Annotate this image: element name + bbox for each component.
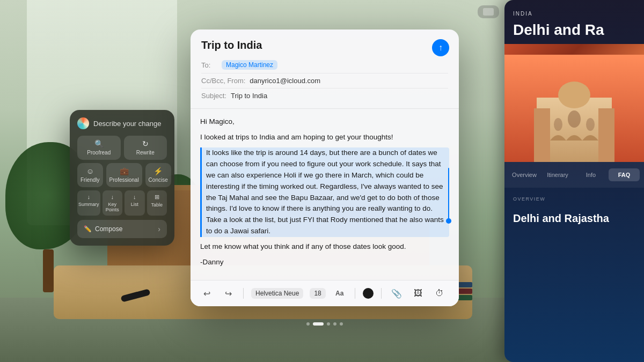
- window-icon-1[interactable]: [483, 8, 494, 16]
- writing-tools-top-grid: 🔍 Proofread ↻ Rewrite: [77, 136, 167, 160]
- text-color-picker[interactable]: [363, 288, 374, 299]
- subject-field: Subject: Trip to India: [201, 88, 448, 103]
- toolbar-separator-2: [355, 288, 355, 299]
- top-controls: [478, 5, 499, 18]
- overview-title: Delhi and Rajastha: [504, 212, 644, 225]
- svg-point-8: [586, 118, 595, 131]
- font-size-selector[interactable]: 18: [310, 288, 325, 299]
- concise-label: Concise: [149, 177, 168, 183]
- toolbar-separator-1: [243, 288, 244, 299]
- professional-icon: 💼: [120, 167, 129, 175]
- travel-guide-panel: INDIA Delhi and Ra: [504, 0, 644, 362]
- table-button[interactable]: ⊞ Table: [147, 190, 167, 216]
- list-icon: ↓: [133, 194, 136, 200]
- writing-tools-panel: Describe your change 🔍 Proofread ↻ Rewri…: [70, 110, 174, 246]
- proofread-button[interactable]: 🔍 Proofread: [77, 136, 121, 160]
- tab-itinerary[interactable]: Itinerary: [542, 168, 573, 181]
- send-button[interactable]: ↑: [432, 39, 449, 56]
- writing-tools-mid-grid: ☺ Friendly 💼 Professional ⚡ Concise: [77, 163, 167, 187]
- summary-icon: ↓: [87, 194, 91, 200]
- tab-faq[interactable]: FAQ: [609, 168, 640, 181]
- list-label: List: [131, 202, 138, 207]
- proofread-label: Proofread: [87, 150, 111, 156]
- dot-1: [306, 322, 310, 326]
- concise-button[interactable]: ⚡ Concise: [145, 163, 171, 187]
- compose-pencil-icon: ✏️: [84, 225, 92, 233]
- email-signature: -Danny: [200, 257, 449, 268]
- friendly-icon: ☺: [86, 167, 94, 175]
- tab-info[interactable]: Info: [575, 168, 606, 181]
- subject-label: Subject:: [201, 92, 226, 100]
- key-points-icon: ↓: [111, 194, 114, 200]
- dot-5: [340, 322, 343, 326]
- key-points-label: Key Points: [104, 202, 121, 212]
- compose-left: ✏️ Compose: [84, 225, 122, 233]
- cc-field: Cc/Bcc, From: danyrico1@icloud.com: [201, 73, 448, 88]
- attachment-button[interactable]: 📎: [389, 286, 404, 301]
- summary-button[interactable]: ↓ Summary: [77, 190, 100, 216]
- writing-tools-label: Describe your change: [93, 120, 161, 128]
- undo-button[interactable]: ↩: [199, 286, 214, 301]
- panel-image: [504, 44, 644, 162]
- summary-label: Summary: [78, 202, 99, 207]
- email-line1: I looked at trips to India and am hoping…: [200, 132, 449, 143]
- recipient-chip[interactable]: Magico Martinez: [222, 60, 277, 70]
- email-line2: Let me know what you think and if any of…: [200, 241, 449, 253]
- email-panel: Trip to India ↑ To: Magico Martinez Cc/B…: [191, 29, 459, 306]
- email-highlighted-text: It looks like the trip is around 14 days…: [200, 147, 449, 237]
- panel-title: Delhi and Ra: [504, 22, 644, 39]
- image-button[interactable]: 🖼: [411, 286, 426, 301]
- table-icon: ⊞: [155, 194, 159, 201]
- country-label: INDIA: [504, 0, 644, 22]
- compose-label: Compose: [95, 225, 122, 233]
- email-title: Trip to India: [201, 39, 448, 51]
- text-cursor: [448, 168, 449, 221]
- writing-tools-header: Describe your change: [77, 117, 167, 129]
- writing-tools-bottom-grid: ↓ Summary ↓ Key Points ↓ List ⊞ Table: [77, 190, 167, 216]
- cursor-dot: [446, 218, 451, 224]
- cc-label: Cc/Bcc, From:: [201, 77, 245, 85]
- to-label: To:: [201, 61, 217, 69]
- dot-2: [313, 322, 324, 326]
- toolbar-separator-3: [381, 288, 382, 299]
- key-points-button[interactable]: ↓ Key Points: [103, 190, 122, 216]
- svg-rect-4: [534, 108, 550, 162]
- redo-button[interactable]: ↪: [221, 286, 236, 301]
- compose-button[interactable]: ✏️ Compose ›: [77, 220, 167, 238]
- text-format-button[interactable]: Aa: [332, 286, 347, 301]
- svg-point-7: [554, 118, 562, 131]
- rewrite-label: Rewrite: [136, 150, 155, 156]
- more-options-button[interactable]: ⏱: [432, 286, 447, 301]
- to-field: To: Magico Martinez: [201, 57, 448, 73]
- svg-rect-3: [564, 87, 585, 98]
- svg-point-6: [568, 110, 581, 128]
- from-email: danyrico1@icloud.com: [250, 77, 320, 85]
- rewrite-button[interactable]: ↻ Rewrite: [124, 136, 167, 160]
- rewrite-icon: ↻: [142, 140, 149, 147]
- concise-icon: ⚡: [153, 167, 163, 175]
- email-header: Trip to India ↑ To: Magico Martinez Cc/B…: [191, 29, 459, 109]
- friendly-button[interactable]: ☺ Friendly: [77, 163, 103, 187]
- table-label: Table: [151, 202, 163, 208]
- dot-3: [327, 322, 330, 326]
- email-body[interactable]: Hi Magico, I looked at trips to India an…: [191, 109, 459, 280]
- friendly-label: Friendly: [80, 177, 100, 183]
- svg-rect-5: [598, 108, 614, 162]
- proofread-icon: 🔍: [94, 140, 104, 147]
- professional-label: Professional: [109, 177, 139, 183]
- email-toolbar: ↩ ↪ Helvetica Neue 18 Aa 📎 🖼 ⏱: [191, 280, 459, 306]
- font-selector[interactable]: Helvetica Neue: [251, 288, 303, 299]
- list-button[interactable]: ↓ List: [125, 190, 145, 216]
- dot-4: [333, 322, 336, 326]
- tab-overview[interactable]: Overview: [509, 168, 540, 181]
- compose-chevron-icon: ›: [158, 225, 160, 233]
- writing-tools-icon: [77, 117, 89, 129]
- pagination-dots: [191, 318, 459, 330]
- overview-label: OVERVIEW: [504, 188, 644, 210]
- professional-button[interactable]: 💼 Professional: [106, 163, 142, 187]
- subject-value: Trip to India: [231, 92, 267, 100]
- panel-tabs: Overview Itinerary Info FAQ: [504, 162, 644, 188]
- email-greeting: Hi Magico,: [200, 116, 449, 128]
